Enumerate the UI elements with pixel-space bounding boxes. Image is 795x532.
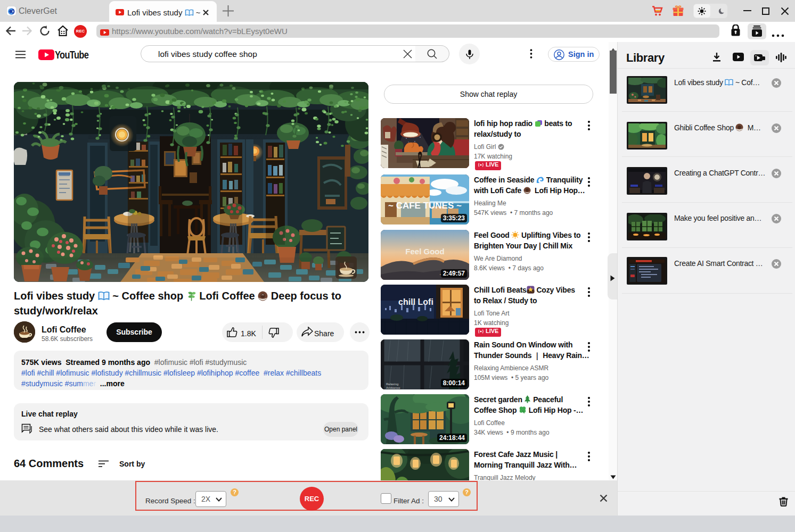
svg-text:Feel Good: Feel Good xyxy=(405,247,444,256)
svg-text:~ CAFE TUNES ~: ~ CAFE TUNES ~ xyxy=(388,201,462,211)
svg-text:RelaxingAmbience: RelaxingAmbience xyxy=(386,383,400,389)
svg-text:chill Lofi: chill Lofi xyxy=(398,297,433,306)
